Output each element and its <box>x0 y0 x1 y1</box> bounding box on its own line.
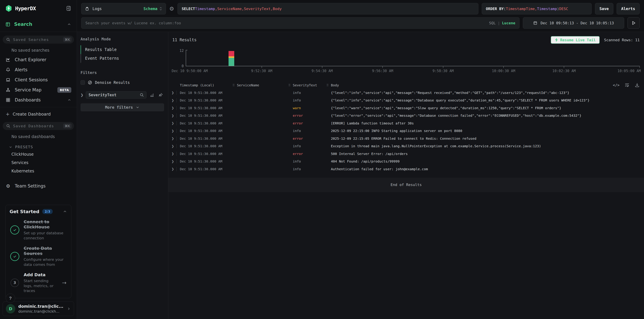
cell-timestamp: Dec 10 9:51:30.000 AM <box>180 129 237 133</box>
filters-label: Filters <box>80 70 164 75</box>
histogram-plot[interactable]: Dec 10 9:50:00 AM9:52:30 AM9:54:30 AM9:5… <box>186 50 640 66</box>
drag-handle-icon[interactable]: ⠿ <box>232 83 235 87</box>
resume-live-tail-button[interactable]: Resume Live Tail <box>551 36 600 44</box>
sidebar-item-team-settings[interactable]: ⚙ Team Settings <box>3 181 74 191</box>
sidebar-collapse-icon[interactable] <box>66 5 72 11</box>
table-row[interactable]: ❯ Dec 10 9:51:30.000 AM info Authenticat… <box>168 165 644 173</box>
search-icon[interactable] <box>140 93 144 97</box>
table-row[interactable]: ❯ Dec 10 9:51:30.000 AM warn {"level":"w… <box>168 104 644 112</box>
create-dashboard-button[interactable]: + Create Dashboard <box>6 109 74 119</box>
source-select[interactable]: Logs Schema <box>81 3 166 14</box>
sidebar-item-client-sessions[interactable]: Client Sessions <box>3 75 74 85</box>
get-started-step[interactable]: Connect to ClickHouse Set up your databa… <box>10 219 67 241</box>
help-button[interactable]: ? <box>6 294 15 303</box>
drag-handle-icon[interactable]: ⠿ <box>326 83 329 87</box>
x-axis-tick <box>322 66 322 68</box>
date-range-text: Dec 10 09:50:13 - Dec 10 10:05:13 <box>540 21 614 25</box>
saved-searches-input[interactable]: Saved Searches ⌘K <box>3 35 74 44</box>
sidebar-item-service-map[interactable]: Service Map BETA <box>3 85 74 95</box>
sidebar-item-dashboards[interactable]: Dashboards <box>3 95 74 105</box>
table-row[interactable]: ❯ Dec 10 9:51:30.000 AM info 2025-12-09 … <box>168 127 644 135</box>
row-expand-icon[interactable]: ❯ <box>172 121 176 125</box>
row-expand-icon[interactable]: ❯ <box>172 91 176 94</box>
row-divider <box>176 98 177 102</box>
x-axis-tick <box>640 66 640 68</box>
get-started-step[interactable]: Create Data Sources Configure where your… <box>10 246 67 267</box>
preset-item[interactable]: ClickHouse <box>12 150 74 158</box>
cell-severity: error <box>293 137 331 141</box>
bar-chart-icon[interactable] <box>150 93 154 97</box>
cell-severity: error <box>293 121 331 125</box>
column-header-body[interactable]: ⠿Body <box>331 83 644 87</box>
event-search-input[interactable]: Search your events w/ Lucene ex. column:… <box>81 17 520 29</box>
order-by-input[interactable]: ORDER BY (TimestampTime, Timestamp) DESC <box>482 3 592 14</box>
column-header-servicename[interactable]: ⠿ServiceName <box>237 83 293 87</box>
cell-timestamp: Dec 10 9:51:30.000 AM <box>180 121 237 125</box>
drag-handle-icon[interactable]: ⠿ <box>288 83 290 87</box>
wrap-text-icon[interactable] <box>624 82 630 87</box>
histogram-bar[interactable] <box>228 51 234 66</box>
table-row[interactable]: ❯ Dec 10 9:51:30.000 AM info 404 Not Fou… <box>168 158 644 165</box>
save-button[interactable]: Save <box>595 3 613 14</box>
table-row[interactable]: ❯ Dec 10 9:51:30.000 AM error 2025-12-09… <box>168 135 644 142</box>
brand-name: HyperDX <box>15 5 36 11</box>
language-lucene[interactable]: Lucene <box>502 21 515 25</box>
beta-badge: BETA <box>58 87 71 93</box>
sidebar-item-alerts[interactable]: Alerts <box>3 65 74 75</box>
row-expand-icon[interactable]: ❯ <box>172 106 176 110</box>
row-expand-icon[interactable]: ❯ <box>172 114 176 117</box>
cell-timestamp: Dec 10 9:51:30.000 AM <box>180 167 237 171</box>
denoise-checkbox[interactable] <box>80 80 85 85</box>
schema-select[interactable]: Schema <box>144 6 162 11</box>
hyperdx-logo[interactable]: HyperDX <box>5 5 36 12</box>
preset-item[interactable]: Services <box>12 158 74 167</box>
row-expand-icon[interactable]: ❯ <box>172 137 176 140</box>
row-expand-icon[interactable]: ❯ <box>172 129 176 133</box>
results-count: 11 Results <box>172 37 197 42</box>
row-expand-icon[interactable]: ❯ <box>172 160 176 163</box>
chevron-right-icon <box>67 307 71 311</box>
select-query-input[interactable]: SELECT Timestamp,ServiceName,SeverityTex… <box>178 3 478 14</box>
column-header-timestamp-local-[interactable]: Timestamp (Local) <box>180 83 237 87</box>
query-token: ,ServiceName,SeverityText,Body <box>215 7 282 11</box>
user-account-card[interactable]: D dominic.tran@clic... dominic.tran@clic… <box>3 302 74 316</box>
download-icon[interactable] <box>634 82 640 87</box>
row-expand-icon[interactable]: ❯ <box>172 167 176 171</box>
cell-timestamp: Dec 10 9:51:30.000 AM <box>180 114 237 118</box>
language-sql[interactable]: SQL <box>489 21 496 25</box>
get-started-header[interactable]: Get Started 2/3 <box>10 209 67 214</box>
chevron-up-icon <box>67 98 71 102</box>
x-axis-tick <box>564 66 564 68</box>
analysis-mode-option[interactable]: Event Patterns <box>80 54 164 63</box>
pin-icon[interactable] <box>158 93 163 97</box>
table-row[interactable]: ❯ Dec 10 9:51:30.000 AM error {"level":"… <box>168 112 644 120</box>
table-row[interactable]: ❯ Dec 10 9:51:30.000 AM info {"level":"i… <box>168 97 644 104</box>
get-started-step[interactable]: 3 Add Data Start sending logs, metrics, … <box>10 272 67 293</box>
sidebar-header: HyperDX <box>0 0 77 17</box>
check-circle-icon <box>10 225 19 235</box>
table-row[interactable]: ❯ Dec 10 9:51:30.000 AM error [ERROR] La… <box>168 119 644 127</box>
user-name: dominic.tran@clic... <box>18 304 64 309</box>
table-row[interactable]: ❯ Dec 10 9:51:30.000 AM info Exception i… <box>168 142 644 150</box>
table-row[interactable]: ❯ Dec 10 9:51:30.000 AM info {"level":"i… <box>168 89 644 97</box>
alerts-button[interactable]: Alerts <box>617 3 640 14</box>
column-header-severitytext[interactable]: ⠿SeverityText <box>293 83 331 87</box>
saved-dashboards-input[interactable]: Saved Dashboards ⌘K <box>3 122 74 130</box>
more-filters-button[interactable]: More filters <box>80 103 164 111</box>
sidebar-item-search[interactable]: Search <box>0 17 77 32</box>
analysis-mode-option[interactable]: Results Table <box>80 45 164 54</box>
preset-item[interactable]: Kubernetes <box>12 167 74 175</box>
row-expand-icon[interactable]: ❯ <box>172 99 176 102</box>
presets-toggle[interactable]: PRESETS <box>9 145 74 149</box>
row-expand-icon[interactable]: ❯ <box>172 144 176 148</box>
code-view-icon[interactable]: </> <box>613 83 620 87</box>
shortcut-badge: ⌘K <box>63 123 72 128</box>
severity-filter-pill[interactable]: SeverityText <box>86 91 146 99</box>
table-row[interactable]: ❯ Dec 10 9:51:30.000 AM error 500 Intern… <box>168 150 644 158</box>
expand-chevron-icon[interactable]: ❯ <box>80 93 84 97</box>
run-query-button[interactable] <box>628 17 640 29</box>
sidebar-item-chart-explorer[interactable]: Chart Explorer <box>3 55 74 65</box>
query-settings-gear-icon[interactable]: ⚙ <box>169 5 174 12</box>
date-range-picker[interactable]: Dec 10 09:50:13 - Dec 10 10:05:13 <box>523 17 624 29</box>
row-expand-icon[interactable]: ❯ <box>172 152 176 155</box>
